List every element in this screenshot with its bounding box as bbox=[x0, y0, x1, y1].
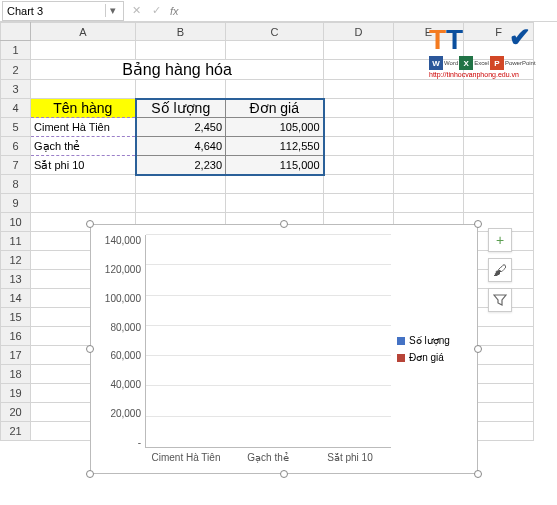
data-cell[interactable]: 115,000 bbox=[226, 156, 324, 175]
resize-handle[interactable] bbox=[474, 220, 482, 228]
data-cell[interactable]: 2,230 bbox=[136, 156, 226, 175]
col-header[interactable]: D bbox=[324, 23, 394, 41]
chart-legend[interactable]: Số lượng Đơn giá bbox=[391, 235, 471, 463]
resize-handle[interactable] bbox=[86, 345, 94, 353]
row-header[interactable]: 7 bbox=[1, 156, 31, 175]
name-box-value: Chart 3 bbox=[7, 5, 105, 17]
logo-letter: T bbox=[429, 24, 446, 55]
row-header[interactable]: 8 bbox=[1, 175, 31, 194]
row-header[interactable]: 11 bbox=[1, 232, 31, 251]
resize-handle[interactable] bbox=[280, 220, 288, 228]
bars-area[interactable] bbox=[145, 235, 391, 448]
row-header[interactable]: 21 bbox=[1, 422, 31, 441]
data-cell[interactable]: 4,640 bbox=[136, 137, 226, 156]
row-header[interactable]: 20 bbox=[1, 403, 31, 422]
legend-swatch bbox=[397, 354, 405, 362]
chart-side-buttons: + 🖌 bbox=[488, 228, 512, 312]
resize-handle[interactable] bbox=[86, 220, 94, 228]
row-header[interactable]: 5 bbox=[1, 118, 31, 137]
checkmark-icon: ✔ bbox=[509, 24, 531, 50]
word-icon: W bbox=[429, 56, 443, 70]
row-header[interactable]: 15 bbox=[1, 308, 31, 327]
cancel-icon: ✕ bbox=[126, 1, 146, 21]
logo-url: http://tinhocvanphong.edu.vn bbox=[429, 71, 539, 78]
chart-styles-button[interactable]: 🖌 bbox=[488, 258, 512, 282]
logo-letter: T bbox=[446, 24, 463, 55]
excel-icon: X bbox=[459, 56, 473, 70]
name-box[interactable]: Chart 3 ▾ bbox=[2, 1, 124, 21]
header-cell[interactable]: Số lượng bbox=[136, 99, 226, 118]
select-all-corner[interactable] bbox=[1, 23, 31, 41]
row-header[interactable]: 1 bbox=[1, 41, 31, 60]
y-axis: 140,000 120,000 100,000 80,000 60,000 40… bbox=[95, 235, 145, 448]
data-cell[interactable]: 105,000 bbox=[226, 118, 324, 137]
logo: TT ✔ WWord XExcel PPowerPoint http://tin… bbox=[429, 26, 539, 88]
row-header[interactable]: 6 bbox=[1, 137, 31, 156]
col-header[interactable]: B bbox=[136, 23, 226, 41]
row-header[interactable]: 17 bbox=[1, 346, 31, 365]
table-title[interactable]: Bảng hàng hóa bbox=[31, 60, 324, 80]
resize-handle[interactable] bbox=[280, 470, 288, 478]
confirm-icon: ✓ bbox=[146, 1, 166, 21]
formula-bar: Chart 3 ▾ ✕ ✓ fx bbox=[0, 0, 557, 22]
formula-input[interactable] bbox=[183, 1, 557, 21]
row-header[interactable]: 13 bbox=[1, 270, 31, 289]
col-header[interactable]: A bbox=[31, 23, 136, 41]
data-cell[interactable]: Sắt phi 10 bbox=[31, 156, 136, 175]
fx-icon[interactable]: fx bbox=[170, 5, 179, 17]
row-header[interactable]: 16 bbox=[1, 327, 31, 346]
row-header[interactable]: 18 bbox=[1, 365, 31, 384]
data-cell[interactable]: 112,550 bbox=[226, 137, 324, 156]
chart-filter-button[interactable] bbox=[488, 288, 512, 312]
chart-object[interactable]: 140,000 120,000 100,000 80,000 60,000 40… bbox=[90, 224, 478, 474]
resize-handle[interactable] bbox=[474, 345, 482, 353]
legend-item[interactable]: Số lượng bbox=[397, 335, 471, 346]
resize-handle[interactable] bbox=[86, 470, 94, 478]
col-header[interactable]: C bbox=[226, 23, 324, 41]
chart-plot-area[interactable]: 140,000 120,000 100,000 80,000 60,000 40… bbox=[95, 235, 391, 463]
header-cell[interactable]: Tên hàng bbox=[31, 99, 136, 118]
x-axis: Ciment Hà Tiên Gạch thẻ Sắt phi 10 bbox=[145, 448, 391, 463]
row-header[interactable]: 2 bbox=[1, 60, 31, 80]
row-header[interactable]: 9 bbox=[1, 194, 31, 213]
row-header[interactable]: 4 bbox=[1, 99, 31, 118]
legend-item[interactable]: Đơn giá bbox=[397, 352, 471, 363]
data-cell[interactable]: 2,450 bbox=[136, 118, 226, 137]
data-cell[interactable]: Gạch thẻ bbox=[31, 137, 136, 156]
row-header[interactable]: 19 bbox=[1, 384, 31, 403]
chart-elements-button[interactable]: + bbox=[488, 228, 512, 252]
row-header[interactable]: 12 bbox=[1, 251, 31, 270]
row-header[interactable]: 3 bbox=[1, 80, 31, 99]
powerpoint-icon: P bbox=[490, 56, 504, 70]
legend-swatch bbox=[397, 337, 405, 345]
resize-handle[interactable] bbox=[474, 470, 482, 478]
name-box-dropdown-icon[interactable]: ▾ bbox=[105, 4, 119, 17]
header-cell[interactable]: Đơn giá bbox=[226, 99, 324, 118]
row-header[interactable]: 14 bbox=[1, 289, 31, 308]
data-cell[interactable]: Ciment Hà Tiên bbox=[31, 118, 136, 137]
row-header[interactable]: 10 bbox=[1, 213, 31, 232]
